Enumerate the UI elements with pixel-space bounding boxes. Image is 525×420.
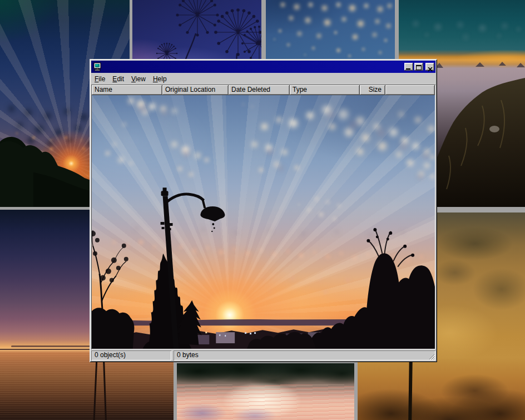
column-header-original-location[interactable]: Original Location <box>162 85 229 95</box>
close-button[interactable] <box>425 63 434 71</box>
silhouette-foreground <box>92 95 435 349</box>
status-size-panel: 0 bytes <box>174 350 435 360</box>
column-header-row: Name Original Location Date Deleted Type… <box>92 85 435 95</box>
window-controls <box>404 63 434 71</box>
status-bar: 0 object(s) 0 bytes <box>91 350 435 360</box>
wallpaper-photo-water-ripples <box>177 363 354 420</box>
status-object-count: 0 object(s) <box>91 350 171 360</box>
minimize-icon <box>406 68 410 70</box>
maximize-icon <box>416 65 422 70</box>
titlebar[interactable] <box>91 61 435 73</box>
column-header-size[interactable]: Size <box>360 85 385 95</box>
column-header-name[interactable]: Name <box>92 85 162 95</box>
maximize-button[interactable] <box>414 63 423 71</box>
status-size-text: 0 bytes <box>177 351 199 359</box>
menu-bar: File Edit View Help <box>91 73 435 84</box>
column-header-date-deleted[interactable]: Date Deleted <box>229 85 290 95</box>
menu-file[interactable]: File <box>91 74 109 84</box>
column-header-type[interactable]: Type <box>290 85 360 95</box>
folder-list-view: Name Original Location Date Deleted Type… <box>91 85 435 349</box>
minimize-button[interactable] <box>404 63 413 71</box>
photo-layer <box>266 0 266 1</box>
folder-view-background[interactable] <box>92 95 435 349</box>
menu-help[interactable]: Help <box>150 74 171 84</box>
column-header-blank[interactable] <box>385 85 435 95</box>
desktop: File Edit View Help Name Original Locati… <box>0 0 525 420</box>
recycle-bin-window: File Edit View Help Name Original Locati… <box>90 59 437 362</box>
computer-icon <box>93 62 102 71</box>
close-icon <box>428 65 433 70</box>
menu-view[interactable]: View <box>128 74 150 84</box>
photo-layer <box>177 363 354 420</box>
resize-grip[interactable] <box>428 353 435 360</box>
menu-edit[interactable]: Edit <box>109 74 128 84</box>
